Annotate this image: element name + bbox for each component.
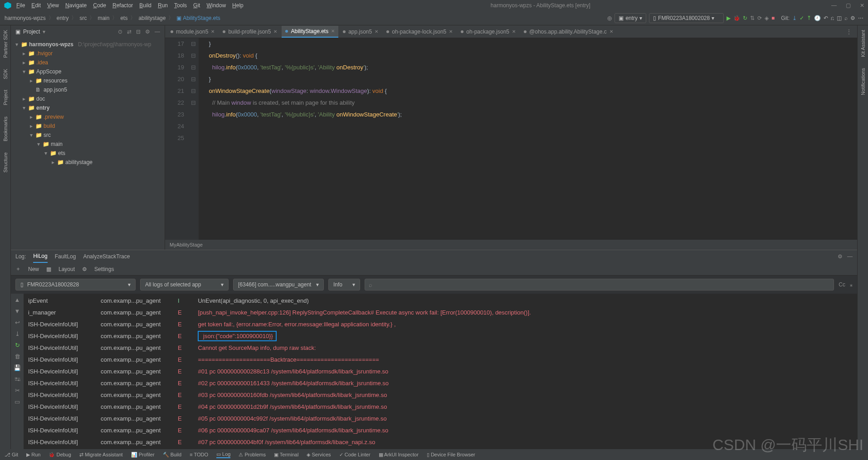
git-pull-icon[interactable]: ⤓ bbox=[792, 15, 797, 21]
editor-tab[interactable]: oh-package.json5✕ bbox=[457, 26, 519, 38]
menu-git[interactable]: Git bbox=[193, 2, 200, 9]
device-dropdown[interactable]: ▯FMR0223A18002028▾ bbox=[649, 13, 724, 23]
breadcrumb-item[interactable]: ets bbox=[120, 15, 127, 21]
log-tab-hilog[interactable]: HiLog bbox=[33, 250, 47, 263]
status-terminal[interactable]: ▣ Terminal bbox=[274, 452, 298, 458]
sort-icon[interactable]: ⊙ bbox=[118, 29, 122, 35]
chevron-icon[interactable]: ▸ bbox=[51, 159, 55, 165]
close-tab-icon[interactable]: ✕ bbox=[211, 29, 215, 34]
log-row[interactable]: ISH-DeviceInfoUtil]com.examp...pu_agentE… bbox=[28, 353, 853, 365]
git-push-icon[interactable]: ⤒ bbox=[807, 15, 811, 21]
rail-bookmarks[interactable]: Bookmarks bbox=[3, 116, 8, 141]
tree-item[interactable]: ▾📁harmonyos-wpzsD:\project\wpgj\harmonyo… bbox=[11, 40, 165, 49]
close-tab-icon[interactable]: ✕ bbox=[512, 29, 516, 34]
git-history-icon[interactable]: 🕘 bbox=[814, 15, 821, 21]
chevron-icon[interactable]: ▾ bbox=[22, 105, 26, 111]
chevron-icon[interactable]: ▸ bbox=[29, 77, 34, 84]
status-debug[interactable]: 🐞 Debug bbox=[49, 452, 71, 458]
chevron-icon[interactable]: ▸ bbox=[29, 123, 34, 129]
breadcrumb-item[interactable]: main bbox=[98, 15, 109, 21]
status-arkui-inspector[interactable]: ▦ ArkUI Inspector bbox=[379, 452, 419, 458]
menu-tools[interactable]: Tools bbox=[174, 2, 187, 9]
log-level-filter[interactable]: Info▾ bbox=[328, 279, 360, 291]
package-icon[interactable]: ◫ bbox=[837, 15, 842, 21]
menu-window[interactable]: Window bbox=[206, 2, 226, 9]
status-code-linter[interactable]: ✓ Code Linter bbox=[339, 452, 371, 458]
tree-item[interactable]: ▾📁ets bbox=[11, 149, 165, 158]
menu-file[interactable]: File bbox=[16, 2, 25, 9]
menu-code[interactable]: Code bbox=[93, 2, 106, 9]
editor-tab[interactable]: oh-package-lock.json5✕ bbox=[383, 26, 456, 38]
log-row[interactable]: i_managercom.examp...pu_agentE [push_nap… bbox=[28, 306, 853, 318]
git-commit-icon[interactable]: ✓ bbox=[800, 15, 804, 21]
help-icon[interactable]: ▭ bbox=[15, 398, 20, 405]
status-log[interactable]: ▭ Log bbox=[216, 451, 230, 458]
stop-icon[interactable]: ■ bbox=[771, 15, 775, 21]
clear-icon[interactable]: 🗑 bbox=[15, 353, 20, 360]
git-revert-icon[interactable]: ↶ bbox=[824, 15, 828, 21]
regex-icon[interactable]: ⁎ bbox=[850, 281, 853, 288]
breadcrumb-item[interactable]: abilitystage bbox=[138, 15, 166, 21]
chevron-icon[interactable]: ▾ bbox=[15, 41, 19, 48]
log-row[interactable]: ISH-DeviceInfoUtil]com.examp...pu_agentE… bbox=[28, 401, 853, 412]
save-log-icon[interactable]: 💾 bbox=[14, 364, 21, 371]
chevron-icon[interactable]: ▸ bbox=[22, 59, 26, 66]
menu-edit[interactable]: Edit bbox=[31, 2, 41, 9]
status-run[interactable]: ▶ Run bbox=[26, 452, 40, 458]
settings-label[interactable]: Settings bbox=[94, 266, 114, 272]
log-row[interactable]: ISH-DeviceInfoUtil]com.examp...pu_agentE… bbox=[28, 342, 853, 353]
log-row[interactable]: ISH-DeviceInfoUtil]com.examp...pu_agentE… bbox=[28, 377, 853, 389]
status-git[interactable]: ⎇ Git bbox=[5, 452, 18, 458]
breadcrumb-item[interactable]: src bbox=[79, 15, 87, 21]
menu-refactor[interactable]: Refactor bbox=[112, 2, 133, 9]
chevron-icon[interactable]: ▸ bbox=[29, 114, 34, 120]
editor-tab[interactable]: AbilityStage.ets✕ bbox=[282, 26, 338, 38]
tree-item[interactable]: ▾📁AppScope bbox=[11, 67, 165, 76]
tree-item[interactable]: ▾📁entry bbox=[11, 103, 165, 112]
scroll-end-icon[interactable]: ⤓ bbox=[15, 330, 20, 337]
tree-item[interactable]: ▸📁.preview bbox=[11, 112, 165, 121]
status-device-file-browser[interactable]: ▯ Device File Browser bbox=[427, 452, 475, 458]
close-tab-icon[interactable]: ✕ bbox=[331, 29, 335, 34]
run-icon[interactable]: ▶ bbox=[727, 15, 731, 21]
log-content[interactable]: ipEventcom.examp...pu_agentI UnEvent(api… bbox=[24, 294, 857, 449]
overflow-icon[interactable]: ⋯ bbox=[858, 15, 863, 21]
tree-item[interactable]: ▸📁abilitystage bbox=[11, 158, 165, 167]
refresh-icon[interactable]: ↻ bbox=[743, 15, 747, 21]
rail-partner-sdk[interactable]: Partner SDK bbox=[3, 30, 8, 58]
action2-icon[interactable]: ⟳ bbox=[757, 15, 762, 21]
tree-item[interactable]: ▸📁.hvigor bbox=[11, 49, 165, 58]
menu-view[interactable]: View bbox=[47, 2, 59, 9]
editor-tab[interactable]: build-profile.json5✕ bbox=[219, 26, 281, 38]
log-row[interactable]: ISH-DeviceInfoUtil]com.examp...pu_agentE… bbox=[28, 318, 853, 330]
chevron-down-icon[interactable]: ▾ bbox=[43, 29, 45, 35]
chevron-icon[interactable]: ▾ bbox=[22, 68, 26, 75]
layout-label[interactable]: Layout bbox=[59, 266, 75, 272]
stop2-icon[interactable]: ✂ bbox=[15, 387, 20, 394]
chevron-icon[interactable]: ▾ bbox=[36, 141, 41, 147]
bug-icon[interactable]: 🐞 bbox=[733, 15, 740, 21]
chevron-icon[interactable]: ▸ bbox=[22, 50, 26, 57]
layout-icon[interactable]: ▦ bbox=[46, 266, 51, 272]
status-build[interactable]: 🔨 Build bbox=[163, 452, 182, 458]
status-todo[interactable]: ≡ TODO bbox=[190, 452, 208, 457]
minimize-icon[interactable]: — bbox=[831, 2, 837, 9]
target-icon[interactable]: ◎ bbox=[607, 15, 612, 21]
chevron-icon[interactable]: ▸ bbox=[22, 96, 26, 102]
breadcrumb-item[interactable]: ▣ AbilityStage.ets bbox=[176, 15, 220, 21]
editor-tab[interactable]: @ohos.app.ability.AbilityStage.c✕ bbox=[520, 26, 617, 38]
new-icon[interactable]: ＋ bbox=[15, 265, 21, 273]
log-search-input[interactable] bbox=[365, 279, 834, 291]
log-app-filter[interactable]: All logs of selected app▾ bbox=[140, 279, 229, 291]
log-tab-faultlog[interactable]: FaultLog bbox=[55, 253, 76, 260]
breadcrumb-item[interactable]: harmonyos-wpzs bbox=[5, 15, 46, 21]
tree-item[interactable]: 🗎app.json5 bbox=[11, 85, 165, 94]
rail-notifications[interactable]: Notifications bbox=[860, 68, 866, 95]
options-icon[interactable]: ⇄ bbox=[127, 29, 132, 35]
tabs-overflow-icon[interactable]: ⋮ bbox=[843, 29, 855, 35]
run-config-dropdown[interactable]: ▣entry▾ bbox=[614, 13, 646, 23]
divider-icon[interactable]: ⊟ bbox=[136, 29, 141, 35]
log-tab-analyze[interactable]: AnalyzeStackTrace bbox=[83, 253, 130, 260]
action1-icon[interactable]: ⇅ bbox=[750, 15, 755, 21]
log-row[interactable]: ipEventcom.examp...pu_agentI UnEvent(api… bbox=[28, 295, 853, 306]
